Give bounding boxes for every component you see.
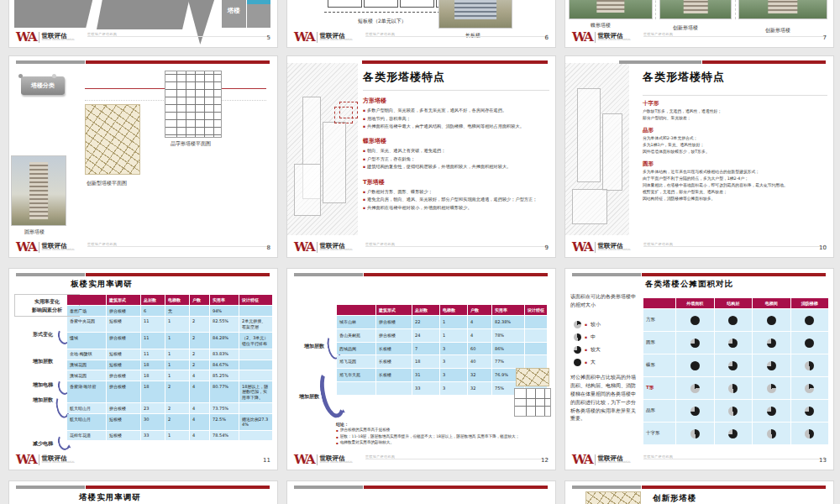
teal-strip [247,0,270,4]
column-header: 电梯间 [753,298,790,308]
slide-thumbnail-8[interactable]: 塔楼分类 品字形塔楼平面图 创新型塔楼平面图 圆形塔楼 WA 世联评估WORLD… [8,55,278,258]
harvey-cell [753,377,790,399]
round-tower-photo [11,155,66,226]
slide-header-bar [16,486,270,489]
slide-thumbnail-13[interactable]: 各类塔楼公摊面积对比 该面积在可比的各类形塔楼中的相对大小 ▪较小▪中▪较大▪大… [564,268,834,470]
table-cell: 33 [141,431,165,441]
legend-label: 中 [591,333,596,341]
slide-thumbnail-12[interactable]: 增加层数 增加层数 建筑形式总层数电梯数户数实用率设计特征城市山林拼合板楼221… [286,268,556,470]
table-row: 泰然广场拼合板楼6无94% [67,306,272,316]
photo-divider [735,0,736,19]
table-cell: 1 [440,329,467,342]
slide-header-bar [294,273,548,276]
section-bullet: ▪分为单体式和2-3单元拼合式； [643,136,827,142]
logo-divider [317,242,318,253]
table-cell: 香蜜湖·唯珍府 [67,381,106,402]
slide-thumbnail-10[interactable]: 各类形塔楼特点 十字形▪户数较T形多，无遮挡，通风性，通透性好；▪部分户型朝向、… [564,55,834,258]
section-bullet: ▪共摊面积在塔楼中相对较小，外墙面积相对蝶形较少。 [363,205,549,212]
page-number: 5 [267,34,270,41]
table-cell [239,370,272,381]
table-cell: 4 [190,370,209,381]
tower-illustration [768,0,797,13]
column-header: 户数 [190,295,209,305]
wa-monogram: WA [572,454,592,465]
table-row: 花样年花港短板楼331478.54% [67,431,272,441]
table-cell [239,349,272,360]
harvey-cell [715,309,753,331]
table-cell [337,382,375,395]
slide-thumbnail-5[interactable]: 按楼的横切面分成蝶形、T形、工形、品字形、圆形、椭圆形等。 ▪均好性差，居住密度… [8,0,278,48]
bullet-text: 因外墙墙体面积较蝶形少，较T形多。 [643,150,710,155]
slide-title: 各类形塔楼特点 [643,70,725,85]
slide-thumbnail-14[interactable]: 塔楼实用率调研 [8,480,278,504]
factor-box-line1: 实用率变化 [34,298,60,304]
logo-divider [39,242,39,253]
bullet-text: 户数相对方形、圆形、蝶形较少； [367,189,433,196]
conclusion-item: ▪拼合板楼的实用率高于短板楼 [336,428,551,434]
logo-divider [595,242,596,253]
logo-divider [39,454,39,465]
row-name: 十字形 [643,423,675,444]
harvey-cell [676,423,714,444]
table-cell: 短板楼 [107,360,140,370]
section-bullet: ▪户数相对方形、圆形、蝶形较少； [363,189,549,196]
brand-logo: WA 世联评估WORLD UNION APPRAISAL [572,241,631,253]
harvey-ball [574,321,581,328]
tower-illustration [29,162,48,220]
harvey-ball [767,429,776,438]
bullet-icon: ▪ [363,156,365,163]
table-cell: 慢城 [67,333,106,349]
section-heading: 圆形 [643,160,827,168]
harvey-ball [805,361,814,370]
bullet-text: 避免北向房，朝向、通风、采光较好，部分户型和实现南北通透，遮挡较少；户型方正； [367,197,537,203]
legend-item: ▪大 [574,359,601,366]
section-bullet: ▪户数较T形多，无遮挡，通风性，通透性好； [643,109,827,115]
slide-thumbnail-9[interactable]: 各类形塔楼特点 方形塔楼▪多数户型朝向、采光较差，多有无采光室，通风不好，各房间… [286,55,556,258]
slide-thumbnail-7[interactable]: 蝶形塔楼 创新形塔楼 创新形塔楼 WA 世联评估WORLD UNION APPR… [564,0,834,48]
bullet-icon: ▪ [363,148,365,155]
harvey-ball [690,429,700,438]
bullet-icon: ▪ [585,360,587,365]
harvey-cell [753,354,790,376]
slide-thumbnail-15[interactable] [286,480,556,504]
table-cell [239,403,272,413]
slide-footer: WA 世联评估WORLD UNION APPRAISAL 世联地产评估机构 9 [294,234,549,254]
table-row: T形 [643,377,828,399]
section-bullet: ▪多为1梯3户，采光、通风性较好； [643,143,827,149]
slide-thumbnail-11[interactable]: 板楼实用率调研 实用率变化 影响因素分析 形式变化 增加层数 增加电梯 增加层数… [8,268,278,470]
table-row: 航天晴山月拼合板楼232473.75% [67,403,272,413]
footer-fineprint: 世联地产评估机构 [365,454,395,459]
bullet-text: 同体量相比，在塔楼中基地面积最小，即可达到最高的容积率，最大化节约用地。 [643,183,788,189]
harvey-ball [805,429,814,438]
legend-item: ▪中 [574,333,601,341]
table-cell: 23 [141,403,165,413]
section-bullet: ▪视野宽扩，无遮挡，部分户型采光、通风较差； [643,190,827,196]
bullet-text: 由于平面户型不利于分隔的特点，多为大户型，1梯2-4户； [643,176,748,182]
slide-footer: WA 世联评估WORLD UNION APPRAISAL 11 [16,446,270,466]
bullet-text: 共摊面积在塔楼中相对较小，外墙面积相对蝶形较少。 [367,205,472,212]
bullet-icon: ▪ [585,335,587,339]
table-cell: 82.38% [492,316,524,328]
column-header [337,305,375,315]
bullet-icon: ▪ [585,348,587,352]
table-cell: 1 [165,333,189,349]
slide-thumbnail-6[interactable]: 短板楼（2单元以下） 长板楼 WA 世联评估WORLD UNION APPRAI… [286,0,556,48]
harvey-table: 外墙面积结构层电梯间消防楼梯方形圆形蝶形T形品形十字形 [643,297,829,445]
harvey-ball [767,407,776,416]
footer-rule [643,459,827,459]
innovative-tower-photo-2 [738,0,827,19]
tower-illustration [684,0,708,13]
page-number: 8 [267,244,270,251]
section-bullet: ▪多数户型朝向、采光较差，多有无采光室，通风不好，各房间存在遮挡。 [363,108,549,114]
slide-header-bar [572,486,826,489]
slide-thumbnail-16[interactable]: 创新形塔楼 [564,480,834,504]
table-cell: 城市山林 [337,316,375,328]
bullet-text: 分为单体式和2-3单元拼合式； [643,136,697,142]
harvey-ball [690,339,700,348]
bullet-icon: ▪ [363,108,365,114]
harvey-ball [767,361,776,370]
table-cell: 84.28% [210,333,239,349]
table-cell: 2单元拼接、有架空层 [239,317,272,333]
harvey-cell [753,332,790,354]
bullet-icon: ▪ [363,189,365,196]
